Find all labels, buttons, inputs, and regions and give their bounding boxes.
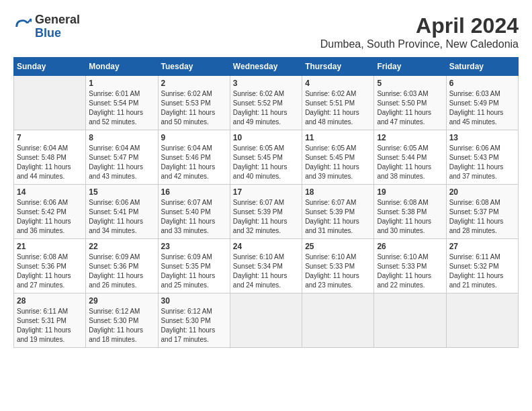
day-info: Sunrise: 6:10 AMSunset: 5:33 PMDaylight:…	[377, 253, 443, 290]
day-info: Sunrise: 6:12 AMSunset: 5:30 PMDaylight:…	[89, 307, 154, 345]
calendar-week-row: 14Sunrise: 6:06 AMSunset: 5:42 PMDayligh…	[14, 185, 519, 239]
calendar-cell	[230, 293, 302, 348]
day-info: Sunrise: 6:04 AMSunset: 5:47 PMDaylight:…	[89, 144, 154, 181]
logo-general: General	[35, 13, 80, 26]
day-number: 4	[305, 79, 371, 88]
calendar-cell	[302, 293, 374, 348]
calendar-week-row: 21Sunrise: 6:08 AMSunset: 5:36 PMDayligh…	[14, 239, 519, 293]
calendar-cell: 20Sunrise: 6:08 AMSunset: 5:37 PMDayligh…	[446, 185, 518, 239]
calendar-cell: 15Sunrise: 6:06 AMSunset: 5:41 PMDayligh…	[86, 185, 158, 239]
day-info: Sunrise: 6:02 AMSunset: 5:53 PMDaylight:…	[161, 89, 227, 127]
calendar-cell: 5Sunrise: 6:03 AMSunset: 5:50 PMDaylight…	[374, 76, 446, 130]
day-info: Sunrise: 6:04 AMSunset: 5:48 PMDaylight:…	[17, 144, 83, 181]
calendar-cell: 23Sunrise: 6:09 AMSunset: 5:35 PMDayligh…	[158, 239, 230, 293]
calendar-header-row: SundayMondayTuesdayWednesdayThursdayFrid…	[14, 58, 519, 76]
day-number: 23	[161, 242, 227, 251]
calendar-cell: 29Sunrise: 6:12 AMSunset: 5:30 PMDayligh…	[86, 293, 158, 348]
page-header: General Blue April 2024 Dumbea, South Pr…	[13, 13, 519, 50]
day-info: Sunrise: 6:06 AMSunset: 5:42 PMDaylight:…	[17, 198, 83, 236]
day-header-wednesday: Wednesday	[230, 58, 302, 76]
day-info: Sunrise: 6:08 AMSunset: 5:37 PMDaylight:…	[449, 198, 515, 236]
calendar-cell: 25Sunrise: 6:10 AMSunset: 5:33 PMDayligh…	[302, 239, 374, 293]
day-info: Sunrise: 6:04 AMSunset: 5:46 PMDaylight:…	[161, 144, 227, 181]
calendar-cell: 11Sunrise: 6:05 AMSunset: 5:45 PMDayligh…	[302, 130, 374, 185]
day-info: Sunrise: 6:07 AMSunset: 5:40 PMDaylight:…	[161, 198, 227, 236]
day-header-saturday: Saturday	[446, 58, 518, 76]
calendar-cell: 18Sunrise: 6:07 AMSunset: 5:39 PMDayligh…	[302, 185, 374, 239]
calendar-cell: 2Sunrise: 6:02 AMSunset: 5:53 PMDaylight…	[158, 76, 230, 130]
day-number: 29	[89, 296, 154, 306]
calendar-cell: 4Sunrise: 6:02 AMSunset: 5:51 PMDaylight…	[302, 76, 374, 130]
day-info: Sunrise: 6:01 AMSunset: 5:54 PMDaylight:…	[89, 89, 154, 127]
day-header-monday: Monday	[86, 58, 158, 76]
day-info: Sunrise: 6:08 AMSunset: 5:36 PMDaylight:…	[17, 253, 83, 290]
day-number: 6	[449, 79, 515, 88]
day-number: 30	[161, 296, 227, 306]
day-number: 8	[89, 133, 154, 142]
day-number: 22	[89, 242, 154, 251]
calendar-cell: 10Sunrise: 6:05 AMSunset: 5:45 PMDayligh…	[230, 130, 302, 185]
calendar-cell: 27Sunrise: 6:11 AMSunset: 5:32 PMDayligh…	[446, 239, 518, 293]
day-number: 3	[233, 79, 299, 88]
day-info: Sunrise: 6:02 AMSunset: 5:52 PMDaylight:…	[233, 89, 299, 127]
calendar-cell: 17Sunrise: 6:07 AMSunset: 5:39 PMDayligh…	[230, 185, 302, 239]
day-number: 1	[89, 79, 154, 88]
day-number: 21	[17, 242, 83, 251]
day-number: 18	[305, 187, 371, 197]
logo-blue: Blue	[35, 26, 61, 40]
calendar-cell: 16Sunrise: 6:07 AMSunset: 5:40 PMDayligh…	[158, 185, 230, 239]
calendar-cell: 14Sunrise: 6:06 AMSunset: 5:42 PMDayligh…	[14, 185, 86, 239]
calendar-cell: 21Sunrise: 6:08 AMSunset: 5:36 PMDayligh…	[14, 239, 86, 293]
calendar-cell: 22Sunrise: 6:09 AMSunset: 5:36 PMDayligh…	[86, 239, 158, 293]
logo: General Blue	[13, 13, 80, 40]
day-header-thursday: Thursday	[302, 58, 374, 76]
day-info: Sunrise: 6:05 AMSunset: 5:45 PMDaylight:…	[233, 144, 299, 181]
calendar-cell: 9Sunrise: 6:04 AMSunset: 5:46 PMDaylight…	[158, 130, 230, 185]
calendar-cell: 7Sunrise: 6:04 AMSunset: 5:48 PMDaylight…	[14, 130, 86, 185]
calendar-cell: 24Sunrise: 6:10 AMSunset: 5:34 PMDayligh…	[230, 239, 302, 293]
calendar-week-row: 7Sunrise: 6:04 AMSunset: 5:48 PMDaylight…	[14, 130, 519, 185]
day-number: 7	[17, 133, 83, 142]
calendar-table: SundayMondayTuesdayWednesdayThursdayFrid…	[13, 57, 519, 348]
day-info: Sunrise: 6:05 AMSunset: 5:45 PMDaylight:…	[305, 144, 371, 181]
day-info: Sunrise: 6:03 AMSunset: 5:50 PMDaylight:…	[377, 89, 443, 127]
day-number: 27	[449, 242, 515, 251]
day-info: Sunrise: 6:11 AMSunset: 5:31 PMDaylight:…	[17, 307, 83, 345]
calendar-cell: 13Sunrise: 6:06 AMSunset: 5:43 PMDayligh…	[446, 130, 518, 185]
day-header-tuesday: Tuesday	[158, 58, 230, 76]
calendar-cell: 28Sunrise: 6:11 AMSunset: 5:31 PMDayligh…	[14, 293, 86, 348]
calendar-cell	[446, 293, 518, 348]
day-number: 28	[17, 296, 83, 306]
day-info: Sunrise: 6:06 AMSunset: 5:41 PMDaylight:…	[89, 198, 154, 236]
logo-text: General Blue	[35, 13, 80, 40]
logo-icon	[13, 17, 32, 36]
calendar-cell: 26Sunrise: 6:10 AMSunset: 5:33 PMDayligh…	[374, 239, 446, 293]
calendar-cell: 30Sunrise: 6:12 AMSunset: 5:30 PMDayligh…	[158, 293, 230, 348]
page-title: April 2024	[320, 13, 519, 38]
day-info: Sunrise: 6:11 AMSunset: 5:32 PMDaylight:…	[449, 253, 515, 290]
calendar-week-row: 28Sunrise: 6:11 AMSunset: 5:31 PMDayligh…	[14, 293, 519, 348]
day-info: Sunrise: 6:12 AMSunset: 5:30 PMDaylight:…	[161, 307, 227, 345]
day-number: 14	[17, 187, 83, 197]
day-header-friday: Friday	[374, 58, 446, 76]
day-info: Sunrise: 6:05 AMSunset: 5:44 PMDaylight:…	[377, 144, 443, 181]
day-info: Sunrise: 6:09 AMSunset: 5:36 PMDaylight:…	[89, 253, 154, 290]
calendar-cell: 3Sunrise: 6:02 AMSunset: 5:52 PMDaylight…	[230, 76, 302, 130]
day-info: Sunrise: 6:10 AMSunset: 5:34 PMDaylight:…	[233, 253, 299, 290]
day-number: 11	[305, 133, 371, 142]
calendar-cell: 8Sunrise: 6:04 AMSunset: 5:47 PMDaylight…	[86, 130, 158, 185]
day-header-sunday: Sunday	[14, 58, 86, 76]
day-number: 9	[161, 133, 227, 142]
day-number: 20	[449, 187, 515, 197]
calendar-week-row: 1Sunrise: 6:01 AMSunset: 5:54 PMDaylight…	[14, 76, 519, 130]
title-block: April 2024 Dumbea, South Province, New C…	[320, 13, 519, 50]
day-info: Sunrise: 6:02 AMSunset: 5:51 PMDaylight:…	[305, 89, 371, 127]
day-number: 17	[233, 187, 299, 197]
day-info: Sunrise: 6:07 AMSunset: 5:39 PMDaylight:…	[233, 198, 299, 236]
calendar-cell: 19Sunrise: 6:08 AMSunset: 5:38 PMDayligh…	[374, 185, 446, 239]
day-number: 2	[161, 79, 227, 88]
day-number: 12	[377, 133, 443, 142]
day-info: Sunrise: 6:09 AMSunset: 5:35 PMDaylight:…	[161, 253, 227, 290]
day-info: Sunrise: 6:07 AMSunset: 5:39 PMDaylight:…	[305, 198, 371, 236]
day-info: Sunrise: 6:06 AMSunset: 5:43 PMDaylight:…	[449, 144, 515, 181]
